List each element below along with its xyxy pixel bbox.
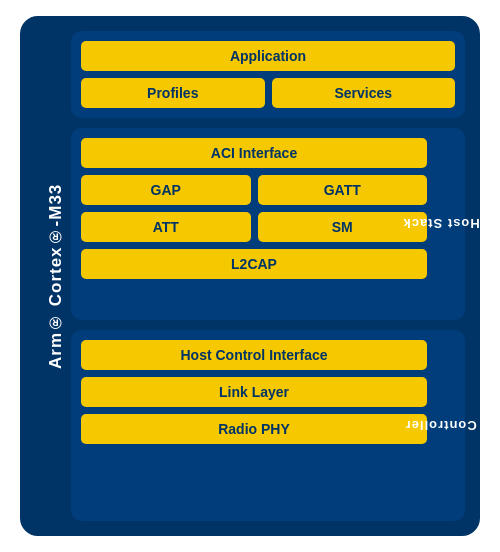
profiles-box: Profiles xyxy=(81,78,265,108)
host-row-1: GAP GATT xyxy=(81,175,427,205)
outer-container: Arm® Cortex®-M33 Application Profiles Se… xyxy=(20,16,480,536)
host-section: ACI Interface GAP GATT ATT SM L2CAP Host… xyxy=(71,128,465,320)
gatt-box: GATT xyxy=(258,175,428,205)
app-section-inner: Application Profiles Services xyxy=(81,41,455,108)
app-row: Profiles Services xyxy=(81,78,455,108)
att-box: ATT xyxy=(81,212,251,242)
application-box: Application xyxy=(81,41,455,71)
link-layer-box: Link Layer xyxy=(81,377,427,407)
hci-box: Host Control Interface xyxy=(81,340,427,370)
services-box: Services xyxy=(272,78,456,108)
host-stack-label: Host Stack xyxy=(355,210,500,238)
main-content: Application Profiles Services ACI Interf… xyxy=(71,31,465,521)
controller-label: Controller xyxy=(355,411,500,439)
gap-box: GAP xyxy=(81,175,251,205)
left-label: Arm® Cortex®-M33 xyxy=(35,31,71,521)
l2cap-box: L2CAP xyxy=(81,249,427,279)
controller-section: Host Control Interface Link Layer Radio … xyxy=(71,330,465,522)
app-section: Application Profiles Services xyxy=(71,31,465,118)
aci-interface-box: ACI Interface xyxy=(81,138,427,168)
